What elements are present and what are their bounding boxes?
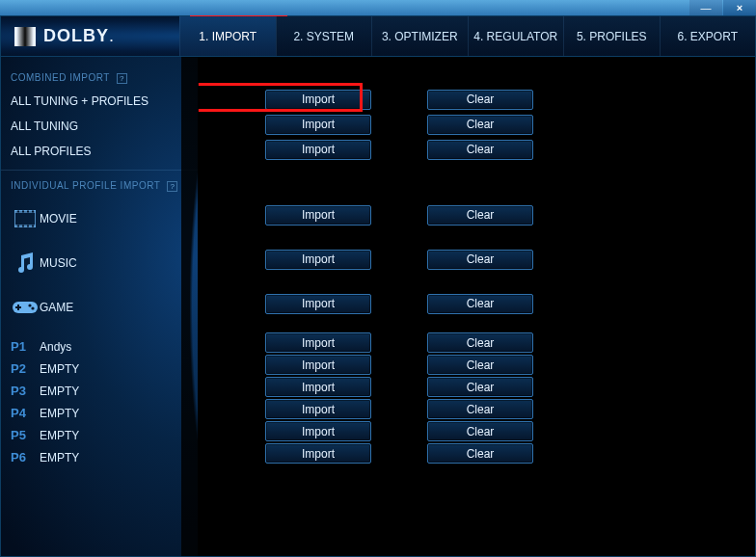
tab-profiles[interactable]: 5. PROFILES	[563, 16, 660, 56]
film-icon	[11, 210, 40, 227]
row-all-tuning: Import Clear	[198, 112, 755, 137]
tab-optimizer[interactable]: 3. OPTIMIZER	[371, 16, 468, 56]
body: COMBINED IMPORT ? ALL TUNING + PROFILES …	[1, 57, 755, 556]
row-all-tuning-profiles: Import Clear	[198, 87, 755, 112]
dolby-mark-icon	[14, 27, 36, 46]
import-button-all-profiles[interactable]: Import	[265, 140, 371, 160]
tab-system[interactable]: 2. SYSTEM	[276, 16, 372, 56]
sidebar-item-p1[interactable]: P1 Andys	[1, 335, 198, 358]
sidebar-item-p4[interactable]: P4 EMPTY	[1, 402, 198, 424]
import-button-p3[interactable]: Import	[265, 377, 371, 397]
tab-export[interactable]: 6. EXPORT	[660, 16, 756, 56]
header: DOLBY. 1. IMPORT 2. SYSTEM 3. OPTIMIZER …	[1, 16, 755, 57]
sidebar-item-p5[interactable]: P5 EMPTY	[1, 424, 198, 446]
dolby-tuning-window: — × DOLBY. 1. IMPORT 2. SYSTEM 3. OPTIMI…	[0, 0, 756, 557]
sidebar-item-p3[interactable]: P3 EMPTY	[1, 380, 198, 402]
row-p4: Import Clear	[198, 398, 755, 420]
help-icon[interactable]: ?	[167, 181, 177, 192]
section-combined-import: COMBINED IMPORT ?	[1, 70, 198, 89]
brand-text: DOLBY	[43, 26, 109, 46]
row-p2: Import Clear	[198, 354, 755, 376]
minimize-button[interactable]: —	[689, 0, 722, 15]
clear-button-game[interactable]: Clear	[427, 294, 533, 314]
import-button-game[interactable]: Import	[265, 294, 371, 314]
import-button-p6[interactable]: Import	[265, 443, 371, 464]
clear-button-p4[interactable]: Clear	[427, 399, 533, 419]
row-p1: Import Clear	[198, 332, 755, 354]
svg-point-14	[28, 304, 31, 306]
main-tabs: 1. IMPORT 2. SYSTEM 3. OPTIMIZER 4. REGU…	[179, 16, 755, 56]
clear-button-all-profiles[interactable]: Clear	[427, 140, 533, 160]
import-button-p2[interactable]: Import	[265, 355, 371, 375]
svg-rect-13	[15, 306, 21, 308]
clear-button-music[interactable]: Clear	[427, 250, 533, 270]
svg-rect-4	[22, 211, 24, 213]
app-frame: DOLBY. 1. IMPORT 2. SYSTEM 3. OPTIMIZER …	[0, 15, 756, 557]
close-icon: ×	[737, 3, 742, 13]
sidebar: COMBINED IMPORT ? ALL TUNING + PROFILES …	[1, 57, 198, 556]
divider	[1, 170, 198, 171]
clear-button-p2[interactable]: Clear	[427, 355, 533, 375]
import-button-all-tuning-profiles[interactable]: Import	[265, 90, 371, 110]
import-button-p5[interactable]: Import	[265, 421, 371, 441]
row-movie: Import Clear	[198, 193, 755, 237]
sidebar-item-music[interactable]: MUSIC	[1, 241, 198, 285]
gamepad-icon	[11, 300, 40, 315]
minimize-icon: —	[701, 3, 712, 13]
clear-button-movie[interactable]: Clear	[427, 205, 533, 225]
tab-regulator[interactable]: 4. REGULATOR	[468, 16, 564, 56]
row-p6: Import Clear	[198, 442, 755, 464]
titlebar: — ×	[0, 0, 756, 15]
row-p5: Import Clear	[198, 420, 755, 442]
svg-rect-6	[32, 211, 34, 213]
close-button[interactable]: ×	[723, 0, 756, 15]
row-p3: Import Clear	[198, 376, 755, 398]
sidebar-item-movie[interactable]: MOVIE	[1, 197, 198, 241]
import-button-p1[interactable]: Import	[265, 332, 371, 353]
row-all-profiles: Import Clear	[198, 137, 755, 162]
svg-rect-10	[32, 225, 34, 227]
sidebar-item-all-tuning-profiles[interactable]: ALL TUNING + PROFILES	[1, 89, 198, 114]
sidebar-item-p2[interactable]: P2 EMPTY	[1, 358, 198, 380]
row-game: Import Clear	[198, 281, 755, 326]
clear-button-p1[interactable]: Clear	[427, 332, 533, 353]
clear-button-p3[interactable]: Clear	[427, 377, 533, 397]
section-individual-import: INDIVIDUAL PROFILE IMPORT ?	[1, 178, 198, 197]
sidebar-item-all-tuning[interactable]: ALL TUNING	[1, 114, 198, 139]
clear-button-all-tuning[interactable]: Clear	[427, 115, 533, 135]
import-button-music[interactable]: Import	[265, 250, 371, 270]
dolby-logo: DOLBY.	[1, 26, 179, 46]
svg-point-15	[31, 306, 34, 309]
help-icon[interactable]: ?	[117, 73, 127, 84]
import-button-movie[interactable]: Import	[265, 205, 371, 225]
sidebar-item-all-profiles[interactable]: ALL PROFILES	[1, 139, 198, 164]
sidebar-item-game[interactable]: GAME	[1, 285, 198, 330]
svg-rect-9	[27, 225, 29, 227]
main-panel: Import Clear Import Clear Import Clear I…	[198, 57, 755, 556]
row-music: Import Clear	[198, 237, 755, 281]
svg-rect-5	[27, 211, 29, 213]
sidebar-item-p6[interactable]: P6 EMPTY	[1, 446, 198, 468]
svg-rect-3	[17, 211, 19, 213]
clear-button-p6[interactable]: Clear	[427, 443, 533, 464]
import-button-p4[interactable]: Import	[265, 399, 371, 419]
svg-rect-8	[22, 225, 24, 227]
clear-button-p5[interactable]: Clear	[427, 421, 533, 441]
music-note-icon	[11, 252, 40, 274]
clear-button-all-tuning-profiles[interactable]: Clear	[427, 90, 533, 110]
tab-import[interactable]: 1. IMPORT	[179, 16, 276, 56]
svg-rect-7	[17, 225, 19, 227]
import-button-all-tuning[interactable]: Import	[265, 115, 371, 135]
